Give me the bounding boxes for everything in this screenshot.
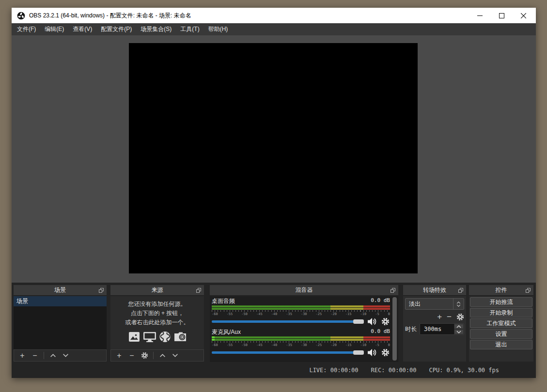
channel-db-value: 0.0 dB	[371, 328, 390, 336]
source-properties-gear-icon[interactable]	[139, 350, 150, 361]
transitions-panel-title: 转场特效	[423, 286, 446, 294]
status-bar: LIVE: 00:00:00 REC: 00:00:00 CPU: 0.9%, …	[12, 365, 536, 375]
preview-canvas[interactable]	[129, 43, 418, 273]
duration-increase-button[interactable]	[454, 324, 464, 329]
menu-help[interactable]: 帮助(H)	[204, 23, 233, 35]
controls-panel: 控件 开始推流 开始录制 工作室模式 设置 退出	[469, 285, 533, 362]
meter-scale-tick: -55	[227, 312, 233, 316]
transition-select[interactable]: 淡出	[405, 298, 464, 310]
menu-view[interactable]: 查看(V)	[68, 23, 96, 35]
volume-slider-handle[interactable]	[353, 350, 364, 355]
float-dock-icon[interactable]	[196, 288, 201, 293]
duration-label: 时长	[405, 325, 420, 333]
scenes-list[interactable]: 场景	[14, 296, 107, 349]
mixer-panel-title: 混音器	[296, 286, 313, 294]
mixer-panel: 混音器 桌面音频 0.0 dB -60-55-50-45-40-35-30-25…	[210, 285, 398, 362]
remove-source-button[interactable]: −	[126, 350, 138, 361]
display-capture-icon	[142, 331, 157, 343]
volume-meter	[212, 305, 390, 310]
mixer-panel-header[interactable]: 混音器	[210, 285, 398, 296]
meter-scale-tick: -15	[345, 312, 352, 316]
meter-scale-tick: -20	[330, 343, 337, 347]
meter-scale-tick: -45	[256, 312, 263, 316]
remove-transition-button[interactable]: −	[447, 312, 452, 322]
minimize-button[interactable]	[469, 8, 491, 23]
move-source-down-button[interactable]	[169, 350, 181, 361]
sources-panel-header[interactable]: 来源	[110, 285, 204, 296]
menu-file[interactable]: 文件(F)	[13, 23, 40, 35]
maximize-button[interactable]	[491, 8, 513, 23]
add-scene-button[interactable]: +	[16, 350, 28, 361]
move-scene-up-button[interactable]	[47, 350, 59, 361]
close-button[interactable]	[513, 8, 534, 23]
meter-scale-tick: -45	[256, 343, 263, 347]
settings-button[interactable]: 设置	[470, 329, 532, 339]
controls-panel-title: 控件	[496, 286, 507, 294]
sources-toolbar: + −	[110, 349, 204, 362]
volume-slider[interactable]	[212, 319, 364, 324]
menu-scene-collection[interactable]: 场景集合(S)	[136, 23, 176, 35]
add-source-button[interactable]: +	[113, 350, 125, 361]
mixer-scrollbar[interactable]	[392, 297, 397, 361]
scenes-panel-header[interactable]: 场景	[14, 285, 107, 296]
rec-time: REC: 00:00:00	[371, 367, 417, 374]
studio-mode-button[interactable]: 工作室模式	[470, 318, 532, 328]
speaker-icon[interactable]	[367, 348, 377, 357]
channel-db-value: 0.0 dB	[371, 297, 390, 305]
mixer-scrollbar-thumb[interactable]	[392, 297, 397, 361]
start-streaming-button[interactable]: 开始推流	[470, 297, 532, 307]
meter-scale-tick: -25	[316, 312, 322, 316]
float-dock-icon[interactable]	[391, 288, 395, 293]
menu-tools[interactable]: 工具(T)	[176, 23, 203, 35]
duration-decrease-button[interactable]	[454, 329, 464, 334]
exit-button[interactable]: 退出	[470, 340, 532, 349]
meter-scale-tick: -30	[301, 312, 307, 316]
volume-slider-handle[interactable]	[353, 319, 364, 324]
sources-panel-title: 来源	[152, 286, 163, 294]
float-dock-icon[interactable]	[99, 288, 104, 293]
meter-scale-tick: -15	[345, 343, 352, 347]
meter-scale-tick: -60	[212, 343, 218, 347]
controls-panel-header[interactable]: 控件	[469, 285, 533, 296]
move-source-up-button[interactable]	[156, 350, 168, 361]
remove-scene-button[interactable]: −	[29, 350, 41, 361]
transitions-panel: 转场特效 淡出 + − 时长	[403, 285, 466, 362]
volume-slider-track[interactable]	[212, 351, 364, 354]
duration-spinbox[interactable]: 300ms	[420, 323, 464, 335]
toolbar-separator	[44, 352, 44, 359]
source-type-icons	[110, 331, 204, 343]
duration-value[interactable]: 300ms	[420, 326, 454, 332]
meter-scale-tick: -40	[271, 312, 278, 316]
float-dock-icon[interactable]	[458, 288, 463, 293]
meter-tickmarks	[212, 310, 390, 312]
gear-icon[interactable]	[381, 348, 391, 357]
sources-empty-line: 您还没有添加任何源。	[110, 300, 204, 309]
camera-source-icon	[173, 331, 188, 343]
combo-arrows-icon[interactable]	[453, 299, 464, 309]
window-controls	[469, 8, 534, 23]
volume-slider[interactable]	[212, 350, 364, 355]
cpu-fps-stats: CPU: 0.9%, 30.00 fps	[429, 367, 500, 374]
gear-icon[interactable]	[381, 317, 391, 326]
menu-edit[interactable]: 编辑(E)	[40, 23, 68, 35]
speaker-icon[interactable]	[367, 317, 377, 326]
globe-source-icon	[158, 331, 172, 343]
title-bar[interactable]: OBS 23.2.1 (64-bit, windows) - 配置文件: 未命名…	[12, 8, 536, 23]
transitions-panel-header[interactable]: 转场特效	[403, 285, 466, 296]
transitions-body: 淡出 + − 时长 300ms	[403, 296, 466, 362]
meter-scale-tick: -50	[241, 312, 248, 316]
window-title: OBS 23.2.1 (64-bit, windows) - 配置文件: 未命名…	[29, 12, 191, 20]
channel-name: 麦克风/Aux	[212, 328, 241, 336]
obs-window: OBS 23.2.1 (64-bit, windows) - 配置文件: 未命名…	[12, 8, 536, 378]
move-scene-down-button[interactable]	[60, 350, 71, 361]
transition-properties-gear-icon[interactable]	[456, 313, 464, 321]
menu-profile[interactable]: 配置文件(P)	[96, 23, 136, 35]
obs-logo-icon	[17, 12, 25, 20]
volume-slider-track[interactable]	[212, 320, 364, 323]
sources-empty-area[interactable]: 您还没有添加任何源。 点击下面的 + 按钮， 或者右击此处添加一个。	[110, 296, 204, 349]
image-source-icon	[127, 331, 141, 343]
scene-list-item[interactable]: 场景	[14, 296, 107, 306]
add-transition-button[interactable]: +	[437, 312, 442, 322]
start-recording-button[interactable]: 开始录制	[470, 308, 532, 317]
float-dock-icon[interactable]	[526, 288, 531, 293]
